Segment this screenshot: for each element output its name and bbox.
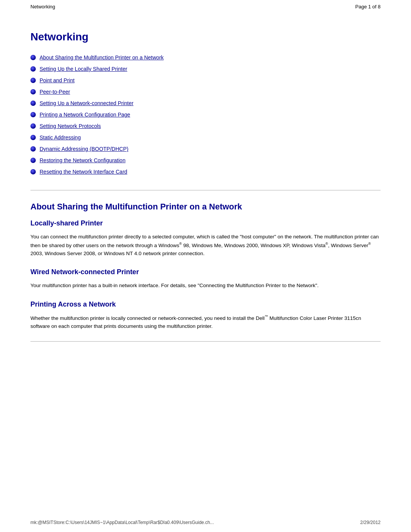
body-paragraph: You can connect the multifunction printe… — [30, 233, 381, 257]
section-heading: About Sharing the Multifunction Printer … — [30, 202, 381, 212]
bullet-icon — [30, 101, 36, 106]
bottom-divider — [30, 341, 381, 342]
toc-item: Setting Up a Network-connected Printer — [30, 100, 381, 106]
page-title: Networking — [30, 31, 381, 43]
page-footer: mk:@MSITStore:C:\Users\14JMIS~1\AppData\… — [30, 520, 381, 525]
toc-link-6[interactable]: Setting Network Protocols — [40, 123, 101, 129]
toc-item: Setting Network Protocols — [30, 123, 381, 129]
toc-divider — [30, 190, 381, 190]
toc-link-5[interactable]: Printing a Network Configuration Page — [40, 112, 130, 118]
page-header: Networking Page 1 of 8 — [0, 0, 411, 12]
toc-link-0[interactable]: About Sharing the Multifunction Printer … — [40, 54, 164, 61]
toc-item: About Sharing the Multifunction Printer … — [30, 54, 381, 61]
main-content: Networking About Sharing the Multifuncti… — [0, 12, 411, 383]
footer-left: mk:@MSITStore:C:\Users\14JMIS~1\AppData\… — [30, 520, 214, 525]
bullet-icon — [30, 89, 36, 94]
toc-link-7[interactable]: Static Addressing — [40, 134, 81, 141]
bullet-icon — [30, 55, 36, 60]
header-right: Page 1 of 8 — [355, 4, 381, 10]
toc-link-3[interactable]: Peer-to-Peer — [40, 89, 70, 95]
sections-container: About Sharing the Multifunction Printer … — [30, 202, 381, 331]
toc-item: Restoring the Network Configuration — [30, 157, 381, 163]
bullet-icon — [30, 146, 36, 152]
toc-link-1[interactable]: Setting Up the Locally Shared Printer — [40, 66, 127, 72]
body-paragraph: Whether the multifunction printer is loc… — [30, 314, 381, 331]
toc-link-2[interactable]: Point and Print — [40, 77, 75, 83]
toc-item: Printing a Network Configuration Page — [30, 112, 381, 118]
toc-item: Peer-to-Peer — [30, 89, 381, 95]
toc-item: Static Addressing — [30, 134, 381, 141]
bullet-icon — [30, 158, 36, 163]
bullet-icon — [30, 123, 36, 129]
toc-item: Setting Up the Locally Shared Printer — [30, 66, 381, 72]
sub-heading: Locally-shared Printer — [30, 219, 381, 227]
toc-item: Point and Print — [30, 77, 381, 83]
toc-link-10[interactable]: Resetting the Network Interface Card — [40, 169, 127, 175]
bullet-icon — [30, 78, 36, 83]
bullet-icon — [30, 169, 36, 174]
bullet-icon — [30, 135, 36, 140]
toc-item: Dynamic Addressing (BOOTP/DHCP) — [30, 146, 381, 152]
footer-right: 2/29/2012 — [360, 520, 381, 525]
section: About Sharing the Multifunction Printer … — [30, 202, 381, 331]
toc-item: Resetting the Network Interface Card — [30, 169, 381, 175]
toc-list: About Sharing the Multifunction Printer … — [30, 54, 381, 175]
body-paragraph: Your multifunction printer has a built-i… — [30, 281, 381, 290]
toc-link-8[interactable]: Dynamic Addressing (BOOTP/DHCP) — [40, 146, 128, 152]
header-left: Networking — [30, 4, 55, 10]
bullet-icon — [30, 112, 36, 117]
toc-link-9[interactable]: Restoring the Network Configuration — [40, 157, 126, 163]
bullet-icon — [30, 66, 36, 72]
sub-heading: Printing Across a Network — [30, 300, 381, 308]
toc-link-4[interactable]: Setting Up a Network-connected Printer — [40, 100, 134, 106]
sub-heading: Wired Network-connected Printer — [30, 268, 381, 276]
